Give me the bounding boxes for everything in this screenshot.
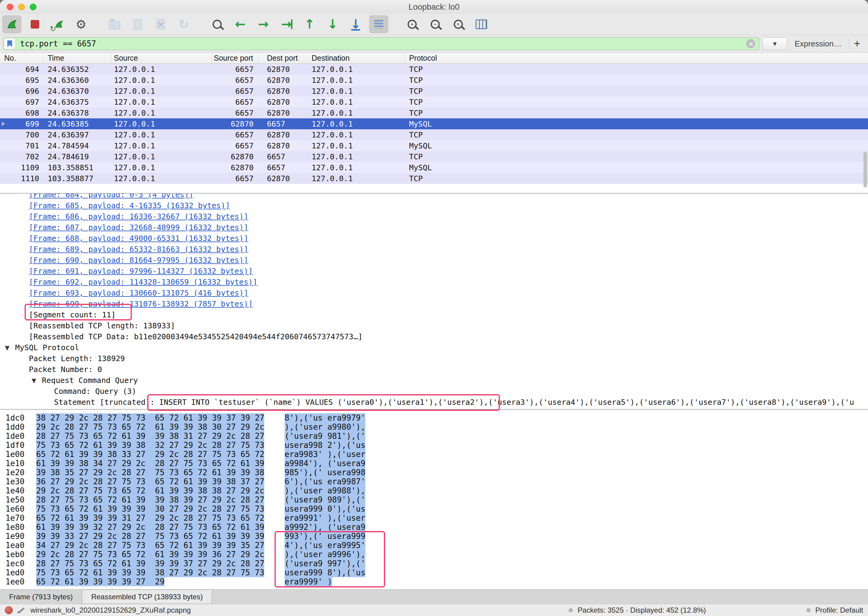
packet-row-695[interactable]: 69524.636360127.0.0.1665762870127.0.0.1T… [0,75,868,86]
packet-details[interactable]: [Frame: 684, payload: 0-3 (4 bytes)][Fra… [0,193,868,409]
column-header-dest-port[interactable]: Dest port [258,53,299,63]
filter-clear-icon[interactable]: × [746,39,755,48]
detail-line[interactable]: [Frame: 691, payload: 97996-114327 (1633… [0,266,868,277]
hex-bytes[interactable]: 29 2c 28 27 75 73 65 72 61 39 39 38 30 2… [36,423,264,432]
packet-row-697[interactable]: 69724.636375127.0.0.1665762870127.0.0.1T… [0,96,868,107]
hex-row-1eb0[interactable]: 1eb029 2c 28 27 75 73 65 72 61 39 39 39 … [0,550,868,559]
zoom-reset-button[interactable]: = [449,16,468,33]
hex-bytes[interactable]: 75 73 65 72 61 39 39 39 30 27 29 2c 28 2… [36,504,264,514]
resize-columns-button[interactable] [472,16,491,33]
detail-line[interactable]: Packet Length: 138929 [0,353,868,364]
hex-bytes[interactable]: 75 73 65 72 61 39 39 38 32 27 29 2c 28 2… [36,441,264,450]
packet-row-700[interactable]: 70024.636397127.0.0.1665762870127.0.0.1T… [0,129,868,140]
filter-bookmark-button[interactable] [4,38,15,49]
display-filter-input[interactable]: tcp.port == 6657 × [3,37,759,50]
tab-reassembled-tcp[interactable]: Reassembled TCP (138933 bytes) [82,589,212,604]
profile-label[interactable]: Profile: Default [816,606,863,614]
detail-line[interactable]: [Frame: 684, payload: 0-3 (4 bytes)] [0,193,868,200]
expression-button[interactable]: Expression… [794,39,841,49]
hex-bytes[interactable]: 39 39 33 27 29 2c 28 27 75 73 65 72 61 3… [36,532,264,541]
open-file-button[interactable] [105,16,124,33]
hex-bytes[interactable]: 61 39 39 38 34 27 29 2c 28 27 75 73 65 7… [36,459,264,468]
hex-row-1e00[interactable]: 1e0065 72 61 39 39 38 33 27 29 2c 28 27 … [0,450,868,459]
hex-row-1df0[interactable]: 1df075 73 65 72 61 39 39 38 32 27 29 2c … [0,441,868,450]
detail-line[interactable]: [Frame: 685, payload: 4-16335 (16332 byt… [0,200,868,211]
detail-line[interactable]: [Frame: 693, payload: 130660-131075 (416… [0,288,868,299]
hex-bytes[interactable]: 65 72 61 39 39 39 39 27 29 [36,577,165,586]
hex-bytes[interactable]: 28 27 75 73 65 72 61 39 39 38 31 27 29 2… [36,432,264,441]
hex-ascii[interactable]: 6'),('us era9987' [285,477,365,486]
hex-bytes[interactable]: 29 2c 28 27 75 73 65 72 61 39 39 38 38 2… [36,486,264,495]
colorize-button[interactable] [369,16,388,33]
packet-row-701[interactable]: 70124.784594127.0.0.1665762870127.0.0.1M… [0,140,868,151]
minimize-window-button[interactable] [18,4,25,10]
packet-list[interactable]: 69424.636352127.0.0.1665762870127.0.0.1T… [0,64,868,193]
go-back-button[interactable]: ← [231,16,250,33]
packet-row-694[interactable]: 69424.636352127.0.0.1665762870127.0.0.1T… [0,64,868,75]
hex-row-1dc0[interactable]: 1dc038 27 29 2c 28 27 75 73 65 72 61 39 … [0,413,868,423]
hex-ascii[interactable]: 4'),('us era9995' [285,541,365,550]
hex-ascii[interactable]: 985'),(' usera998 [285,468,365,477]
hex-ascii[interactable]: era9999' ) [285,577,332,586]
detail-link[interactable]: [Frame: 684, payload: 0-3 (4 bytes)] [29,193,194,199]
hex-row-1ec0[interactable]: 1ec028 27 75 73 65 72 61 39 39 39 37 27 … [0,559,868,568]
detail-link[interactable]: [Frame: 689, payload: 65332-81663 (16332… [29,245,248,254]
hex-dump[interactable]: 1dc038 27 29 2c 28 27 75 73 65 72 61 39 … [0,409,868,589]
capture-options-button[interactable]: ⚙ [72,16,90,33]
save-file-button[interactable] [128,16,147,33]
hex-row-1e50[interactable]: 1e5028 27 75 73 65 72 61 39 39 38 39 27 … [0,495,868,504]
detail-link[interactable]: [Frame: 685, payload: 4-16335 (16332 byt… [29,201,230,210]
zoom-window-button[interactable] [30,4,36,10]
hex-row-1e40[interactable]: 1e4029 2c 28 27 75 73 65 72 61 39 39 38 … [0,486,868,495]
close-file-button[interactable]: × [151,16,170,33]
hex-ascii[interactable]: ),('user a9988'), [285,486,365,495]
detail-line[interactable]: ▼MySQL Protocol [0,342,868,353]
hex-ascii[interactable]: a9984'), ('usera9 [285,459,365,468]
reload-file-button[interactable]: ↻ [174,16,193,33]
hex-bytes[interactable]: 36 27 29 2c 28 27 75 73 65 72 61 39 39 3… [36,477,264,486]
hex-row-1e90[interactable]: 1e9039 39 33 27 29 2c 28 27 75 73 65 72 … [0,532,868,541]
go-to-last-button[interactable]: ↓ [323,16,342,33]
hex-ascii[interactable]: ('usera9 997'),(' [285,559,365,568]
hex-bytes[interactable]: 75 73 65 72 61 39 39 39 38 27 29 2c 28 2… [36,568,264,577]
hex-ascii[interactable]: usera999 8'),('us [285,568,365,577]
restart-capture-button[interactable]: ↻ [49,16,68,33]
detail-link[interactable]: [Frame: 690, payload: 81664-97995 (16332… [29,256,248,265]
hex-bytes[interactable]: 34 27 29 2c 28 27 75 73 65 72 61 39 39 3… [36,541,264,550]
hex-row-1ed0[interactable]: 1ed075 73 65 72 61 39 39 39 38 27 29 2c … [0,568,868,577]
hex-bytes[interactable]: 65 72 61 39 39 39 31 27 29 2c 28 27 75 7… [36,514,264,523]
hex-ascii[interactable]: era9983' ),('user [285,450,365,459]
detail-line[interactable]: Command: Query (3) [0,386,868,397]
tab-frame[interactable]: Frame (7913 bytes) [0,589,82,604]
detail-link[interactable]: [Frame: 693, payload: 130660-131075 (416… [29,289,248,297]
hex-ascii[interactable]: ('usera9 981'),(' [285,432,365,441]
filter-add-button[interactable]: + [849,37,865,50]
detail-line[interactable]: ▼Request Command Query [0,375,868,386]
hex-bytes[interactable]: 39 38 35 27 29 2c 28 27 75 73 65 72 61 3… [36,468,264,477]
filter-dropdown-button[interactable]: ▾ [762,37,787,50]
column-header-destination[interactable]: Destination [299,53,405,63]
detail-line[interactable]: Statement [truncated]: INSERT INTO `test… [0,397,868,408]
hex-row-1e30[interactable]: 1e3036 27 29 2c 28 27 75 73 65 72 61 39 … [0,477,868,486]
hex-ascii[interactable]: ),('user a9996'), [285,550,365,559]
detail-line[interactable]: [Reassembled TCP Data: b11e020003494e534… [0,332,868,342]
hex-row-1ea0[interactable]: 1ea034 27 29 2c 28 27 75 73 65 72 61 39 … [0,541,868,550]
column-header-no[interactable]: No. [0,53,43,63]
detail-link[interactable]: [Frame: 692, payload: 114328-130659 (163… [29,278,258,286]
detail-line[interactable]: [Frame: 692, payload: 114328-130659 (163… [0,277,868,288]
hex-ascii[interactable]: 8'),('us era9979' [285,413,365,423]
hex-row-1ee0[interactable]: 1ee065 72 61 39 39 39 39 27 29era9999' ) [0,577,868,586]
hex-bytes[interactable]: 38 27 29 2c 28 27 75 73 65 72 61 39 39 3… [36,413,264,423]
close-window-button[interactable] [7,4,13,10]
vertical-scrollbar[interactable] [863,152,867,187]
column-header-time[interactable]: Time [43,53,112,63]
hex-bytes[interactable]: 28 27 75 73 65 72 61 39 39 38 39 27 29 2… [36,495,264,504]
column-header-protocol[interactable]: Protocol [405,53,868,63]
detail-line[interactable]: [Frame: 699, payload: 131076-138932 (785… [0,299,868,310]
go-to-first-button[interactable]: ↑ [300,16,319,33]
hex-bytes[interactable]: 29 2c 28 27 75 73 65 72 61 39 39 39 36 2… [36,550,264,559]
hex-row-1dd0[interactable]: 1dd029 2c 28 27 75 73 65 72 61 39 39 38 … [0,423,868,432]
detail-line[interactable]: [Frame: 687, payload: 32668-48999 (16332… [0,222,868,233]
detail-link[interactable]: [Frame: 699, payload: 131076-138932 (785… [29,300,253,308]
go-to-packet-button[interactable]: → [277,16,296,33]
